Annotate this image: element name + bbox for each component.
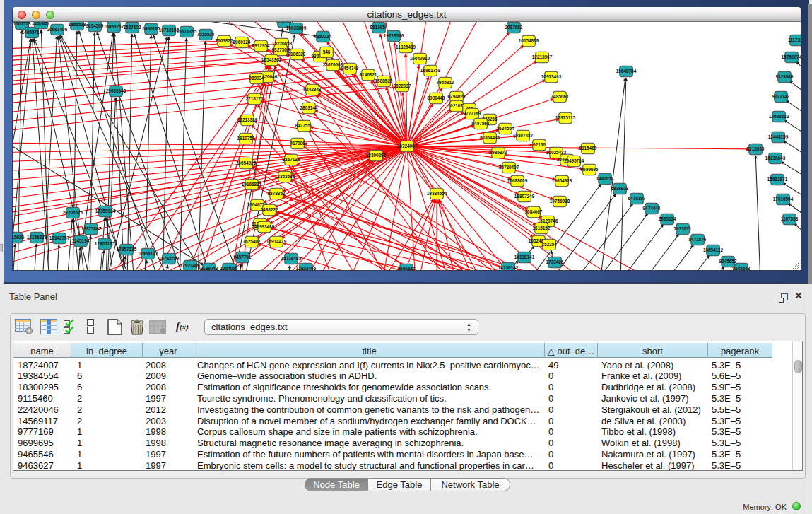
svg-text:1666528: 1666528 [69, 22, 86, 27]
svg-text:16210643: 16210643 [765, 156, 786, 160]
svg-text:20691406: 20691406 [47, 27, 68, 32]
svg-text:10756928: 10756928 [550, 199, 570, 204]
svg-text:16671355: 16671355 [177, 29, 197, 34]
svg-text:1167533: 1167533 [781, 216, 799, 221]
svg-text:1660559: 1660559 [13, 22, 31, 26]
svg-text:8471676: 8471676 [689, 237, 707, 242]
svg-text:417006: 417006 [290, 141, 305, 146]
svg-text:15692971: 15692971 [767, 177, 788, 182]
svg-text:15495764: 15495764 [564, 158, 584, 163]
svg-text:1264025: 1264025 [220, 266, 238, 270]
svg-text:19654923: 19654923 [552, 178, 572, 183]
svg-text:10958107: 10958107 [138, 251, 158, 256]
svg-text:12093822: 12093822 [769, 114, 789, 119]
svg-text:8878352: 8878352 [268, 191, 286, 196]
svg-text:1615152: 1615152 [533, 226, 551, 230]
svg-text:9474444: 9474444 [643, 206, 661, 211]
svg-text:18300295: 18300295 [366, 153, 387, 158]
svg-text:7632621: 7632621 [674, 226, 692, 231]
svg-text:62160: 62160 [533, 142, 546, 147]
svg-text:1440954: 1440954 [596, 176, 614, 181]
svg-text:12905135: 12905135 [95, 241, 115, 246]
svg-text:10654925: 10654925 [236, 160, 257, 165]
svg-text:8427552: 8427552 [295, 123, 313, 128]
svg-text:12213967: 12213967 [532, 54, 553, 59]
svg-text:15720407: 15720407 [499, 165, 519, 170]
svg-text:9227342: 9227342 [772, 94, 790, 99]
svg-text:7986372: 7986372 [490, 150, 507, 155]
svg-text:2935114: 2935114 [659, 216, 676, 221]
svg-text:5498222: 5498222 [261, 207, 278, 212]
svg-text:14136142: 14136142 [498, 265, 519, 270]
svg-text:2718176: 2718176 [246, 96, 264, 101]
svg-text:16648784: 16648784 [616, 69, 637, 74]
svg-text:12342757: 12342757 [49, 235, 70, 240]
svg-text:9136043: 9136043 [201, 266, 218, 270]
svg-text:8186328: 8186328 [288, 52, 306, 57]
svg-text:16961758: 16961758 [420, 68, 441, 73]
svg-text:9084067: 9084067 [525, 209, 543, 214]
svg-text:2157657: 2157657 [33, 22, 50, 25]
svg-text:8960124: 8960124 [233, 40, 251, 45]
svg-text:252254: 252254 [541, 242, 557, 247]
svg-text:9777169: 9777169 [464, 111, 481, 116]
svg-text:1527602: 1527602 [124, 25, 141, 30]
svg-text:9634509: 9634509 [86, 23, 104, 28]
svg-text:7515524: 7515524 [197, 32, 215, 37]
svg-text:3624554: 3624554 [497, 126, 514, 131]
svg-text:9115460: 9115460 [579, 146, 597, 151]
svg-text:11325419: 11325419 [396, 45, 416, 49]
svg-text:7625402: 7625402 [243, 239, 261, 244]
svg-text:19218506: 19218506 [384, 33, 404, 38]
svg-text:6497568: 6497568 [472, 121, 490, 126]
svg-text:40993489: 40993489 [254, 224, 275, 229]
svg-text:10653267: 10653267 [104, 24, 124, 29]
svg-text:18724007: 18724007 [397, 144, 418, 148]
svg-text:18807249: 18807249 [514, 194, 535, 199]
svg-text:7955812: 7955812 [437, 80, 454, 85]
svg-text:9329966: 9329966 [776, 74, 794, 79]
svg-text:5938923: 5938923 [611, 186, 629, 191]
svg-text:2803144: 2803144 [300, 105, 318, 110]
svg-text:10688609: 10688609 [507, 178, 528, 183]
svg-text:29053346: 29053346 [106, 88, 126, 93]
svg-text:12156829: 12156829 [27, 235, 47, 240]
svg-text:17359924: 17359924 [95, 209, 116, 214]
svg-text:3822037: 3822037 [394, 83, 411, 88]
svg-text:12823466: 12823466 [296, 266, 317, 270]
svg-text:9457791: 9457791 [234, 255, 252, 259]
svg-text:8454749: 8454749 [341, 66, 359, 71]
svg-text:3915926: 3915926 [13, 235, 25, 240]
svg-text:19384554: 19384554 [427, 191, 447, 196]
svg-text:1145194: 1145194 [72, 238, 90, 243]
svg-text:9699695: 9699695 [581, 167, 599, 172]
svg-text:12353594: 12353594 [275, 174, 295, 179]
svg-text:7663822: 7663822 [216, 38, 233, 43]
svg-text:6794028: 6794028 [448, 94, 466, 99]
svg-text:8267130: 8267130 [283, 157, 300, 162]
svg-text:6479197: 6479197 [628, 196, 646, 201]
svg-text:2087682: 2087682 [505, 25, 523, 30]
svg-text:17957225: 17957225 [117, 247, 137, 252]
svg-text:8990447: 8990447 [398, 267, 416, 270]
svg-text:20206576: 20206576 [63, 210, 83, 215]
svg-text:20364436: 20364436 [480, 135, 500, 140]
svg-text:23676608: 23676608 [323, 62, 343, 67]
svg-text:16543362: 16543362 [261, 57, 282, 62]
svg-text:17016504: 17016504 [773, 197, 794, 201]
svg-text:10807487: 10807487 [513, 133, 534, 138]
svg-text:9242848: 9242848 [304, 87, 322, 92]
svg-text:1117314: 1117314 [788, 37, 801, 42]
svg-text:14136141: 14136141 [514, 255, 535, 259]
svg-text:15716485: 15716485 [281, 256, 302, 261]
svg-text:14055714: 14055714 [22, 30, 42, 35]
svg-text:16640910: 16640910 [410, 56, 430, 61]
svg-text:10654112: 10654112 [703, 247, 724, 252]
svg-text:16154808: 16154808 [519, 38, 539, 43]
svg-text:12923466: 12923466 [180, 263, 201, 268]
svg-text:12213389: 12213389 [237, 117, 258, 122]
svg-text:15751074: 15751074 [782, 54, 801, 59]
svg-text:16782759: 16782759 [159, 256, 180, 261]
svg-text:12444159: 12444159 [768, 134, 789, 139]
svg-text:9146821: 9146821 [360, 72, 377, 77]
